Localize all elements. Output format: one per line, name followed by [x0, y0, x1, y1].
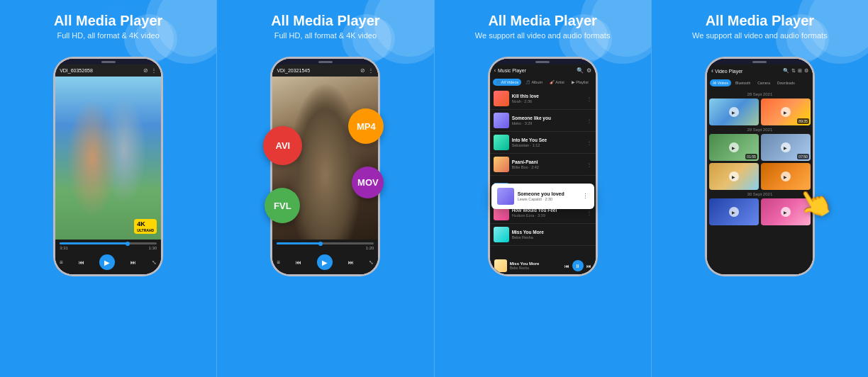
progress-dot-2 — [318, 242, 323, 246]
track-4-title: Paani-Paani — [512, 159, 586, 164]
time-total-1: 1:30 — [148, 246, 157, 250]
video-thumb-3[interactable]: ▶ 01:55 — [709, 134, 759, 161]
video-title-1: VDI_60352658 — [60, 68, 93, 73]
progress-fill-2 — [277, 242, 321, 244]
video-thumb-4[interactable]: ▶ 07:50 — [761, 134, 811, 161]
vp-player-title: Video Player — [715, 69, 743, 74]
next-icon-2[interactable]: ⏭ — [348, 259, 354, 266]
video-thumb-7[interactable]: ▶ — [709, 198, 759, 225]
video-screen-1: 4K ULTRAHD — [55, 77, 161, 240]
phone-notch-2 — [272, 59, 378, 64]
play-button-2[interactable]: ▶ — [317, 254, 333, 270]
cast-icon[interactable]: ⤡ — [152, 259, 157, 266]
track-3-more[interactable]: ⋮ — [586, 140, 592, 146]
popup-thumb — [497, 188, 514, 205]
play-button-1[interactable]: ▶ — [99, 254, 115, 270]
video-controls-2: ≡ ⏮ ▶ ⏭ ⤡ — [272, 252, 378, 274]
ban-icon-2[interactable]: ⊘ — [360, 67, 365, 74]
next-icon[interactable]: ⏭ — [130, 259, 136, 266]
more-icon[interactable]: ⋮ — [151, 67, 157, 74]
notch-dot-1 — [101, 61, 116, 63]
track-2-more[interactable]: ⋮ — [586, 118, 592, 124]
progress-fill-1 — [60, 242, 128, 244]
phone-notch-4 — [707, 59, 813, 64]
settings-icon-vp[interactable]: ⚙ — [804, 68, 808, 74]
panel-video-player: All Media Player Full HD, all format & 4… — [0, 0, 216, 377]
tab-camera[interactable]: Camera — [755, 79, 773, 86]
more-icon-2[interactable]: ⋮ — [368, 67, 374, 74]
next-btn-bottom[interactable]: ⏭ — [586, 264, 591, 269]
music-bottom-bar: Miss You More Bebe Rexha ⏮ ⏸ ⏭ — [490, 257, 596, 274]
video-thumb-5[interactable]: ▶ — [709, 163, 759, 190]
phone-wrapper-1: VDI_60352658 ⊘ ⋮ 4K ULTRAHD — [53, 48, 163, 276]
progress-times-1: 3:31 1:30 — [60, 246, 157, 250]
track-7[interactable]: Miss You More Bebe Rexha — [490, 224, 596, 246]
video-header-icons-2: ⊘ ⋮ — [360, 67, 374, 74]
prev-icon[interactable]: ⏮ — [79, 259, 84, 266]
tab-album[interactable]: 🎵 Album — [523, 79, 545, 86]
cast-icon-2[interactable]: ⤡ — [369, 259, 374, 266]
ban-icon[interactable]: ⊘ — [143, 67, 148, 74]
video-progress-2: 1:20 — [272, 240, 378, 252]
progress-bar-1[interactable] — [60, 242, 157, 244]
phone-mockup-3: ‹ Music Player 🔍 ⚙ 🎵 All Videos 🎵 Album … — [488, 57, 598, 276]
equalizer-icon[interactable]: ≡ — [60, 259, 63, 266]
track-7-info: Miss You More Bebe Rexha — [512, 230, 592, 240]
back-icon-vp[interactable]: ‹ — [711, 67, 713, 74]
phone-notch-3 — [490, 59, 596, 64]
play-btn-bottom[interactable]: ⏸ — [572, 260, 584, 271]
track-4[interactable]: Paani-Paani Billie Boo · 2:42 ⋮ — [490, 154, 596, 176]
tab-all-videos-music[interactable]: 🎵 All Videos — [493, 79, 522, 86]
prev-btn-bottom[interactable]: ⏮ — [564, 264, 569, 269]
music-header-left: ‹ Music Player — [494, 68, 526, 73]
progress-times-2: 1:20 — [277, 246, 374, 250]
video-progress-1: 3:31 1:30 — [55, 240, 161, 252]
progress-bar-2[interactable] — [277, 242, 374, 244]
tab-all-videos-vp[interactable]: All Videos — [710, 79, 731, 86]
back-icon-music[interactable]: ‹ — [494, 68, 496, 73]
video-controls-1: ≡ ⏮ ▶ ⏭ ⤡ — [55, 252, 161, 274]
video-thumbnail-1 — [55, 77, 161, 240]
phone-wrapper-4: ‹ Video Player 🔍 ⇅ ⊞ ⚙ All Videos Blueto… — [705, 48, 815, 276]
music-header: ‹ Music Player 🔍 ⚙ — [490, 64, 596, 77]
tab-bluetooth[interactable]: Bluetooth — [733, 79, 753, 86]
panel-format-player: All Media Player Full HD, all format & 4… — [216, 0, 433, 377]
panel-3-title: All Media Player — [488, 13, 596, 29]
track-6-more[interactable]: ⋮ — [586, 210, 592, 216]
track-7-title: Miss You More — [512, 230, 592, 235]
tab-downloads[interactable]: Downloads — [774, 79, 798, 86]
track-1[interactable]: Kill this love Noah · 2:36 ⋮ — [490, 88, 596, 110]
search-icon-vp[interactable]: 🔍 — [783, 68, 789, 74]
sort-icon-vp[interactable]: ⇅ — [791, 68, 796, 74]
grid-icon-vp[interactable]: ⊞ — [798, 68, 802, 74]
play-overlay-6: ▶ — [781, 171, 791, 181]
video-thumb-1[interactable]: ▶ — [709, 99, 759, 125]
search-icon-music[interactable]: 🔍 — [577, 67, 584, 74]
track-3[interactable]: Into Me You See Sebastian · 1:12 ⋮ — [490, 132, 596, 154]
now-playing-artist: Bebe Rexha — [510, 266, 564, 270]
track-2[interactable]: Someone like you Ideko · 3:29 ⋮ — [490, 110, 596, 132]
tab-artist[interactable]: 🎸 Artist — [547, 79, 567, 86]
track-2-info: Someone like you Ideko · 3:29 — [512, 116, 586, 125]
tab-playlist[interactable]: ▶ Playlist — [569, 79, 591, 86]
notch-dot-4 — [752, 61, 767, 63]
video-thumb-2[interactable]: ▶ 89:35 — [761, 99, 811, 125]
vp-header-icons: 🔍 ⇅ ⊞ ⚙ — [783, 68, 808, 74]
play-overlay-7: ▶ — [729, 207, 739, 217]
prev-icon-2[interactable]: ⏮ — [296, 259, 301, 266]
track-1-info: Kill this love Noah · 2:36 — [512, 94, 586, 103]
phone-notch-1 — [55, 59, 161, 64]
vp-tabs: All Videos Bluetooth Camera Downloads — [707, 77, 813, 89]
date-2: 29 Sept 2021 — [709, 128, 811, 132]
equalizer-icon-2[interactable]: ≡ — [277, 259, 280, 266]
track-3-title: Into Me You See — [512, 137, 586, 142]
video-thumb-6[interactable]: ▶ — [761, 163, 811, 190]
popup-artist: Lewis Capaldi · 2:30 — [518, 197, 582, 201]
track-1-more[interactable]: ⋮ — [586, 96, 592, 102]
popup-more[interactable]: ⋮ — [582, 193, 589, 200]
track-4-more[interactable]: ⋮ — [586, 162, 592, 168]
panel-4-subtitle: We support all video and audio formats — [692, 31, 828, 40]
settings-icon-music[interactable]: ⚙ — [586, 67, 591, 74]
now-playing-info: Miss You More Bebe Rexha — [510, 261, 564, 270]
video-header-1: VDI_60352658 ⊘ ⋮ — [55, 64, 161, 77]
